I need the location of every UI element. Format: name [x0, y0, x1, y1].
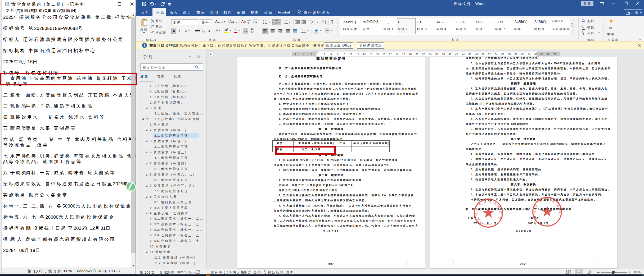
svg-text:Z: Z — [322, 22, 324, 25]
svg-text:3: 3 — [273, 23, 274, 25]
svg-text:A: A — [322, 20, 324, 22]
svg-text:盘锦昱尚商贸有限公司: 盘锦昱尚商贸有限公司 — [531, 196, 561, 220]
svg-text:盘锦全都有霞光府百货超市: 盘锦全都有霞光府百货超市 — [473, 197, 502, 222]
svg-text:A: A — [311, 20, 314, 24]
